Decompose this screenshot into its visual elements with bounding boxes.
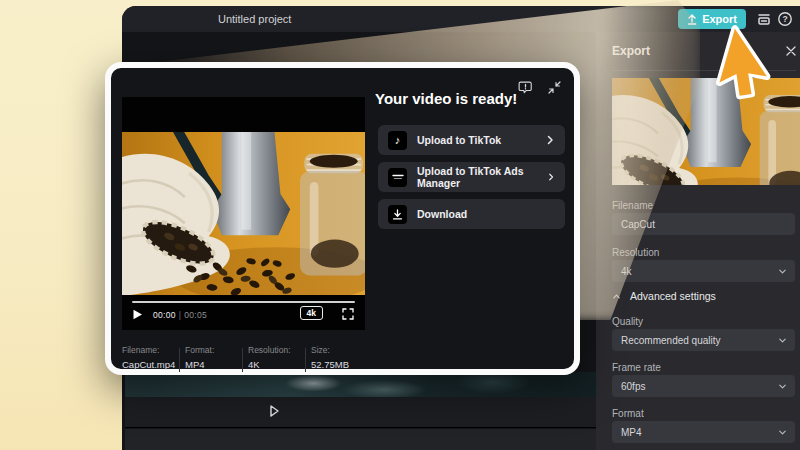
format-label: Format [612, 408, 644, 419]
panel-separator [612, 70, 796, 71]
render-queue-icon[interactable] [756, 11, 772, 27]
resolution-value: 4k [621, 266, 632, 277]
chevron-down-icon [778, 336, 787, 345]
chevron-right-icon [545, 135, 555, 145]
filename-input[interactable]: CapCut [612, 213, 795, 235]
meta-filename: Filename: CapCut.mp4 [122, 345, 180, 370]
progress-bar[interactable] [132, 301, 355, 303]
duration: 00:05 [184, 310, 207, 320]
quality-select[interactable]: Recommended quality [612, 329, 795, 351]
chevron-right-icon [547, 172, 555, 182]
resolution-label: Resolution [612, 247, 659, 258]
quality-value: Recommended quality [621, 335, 721, 346]
video-preview [122, 132, 365, 295]
chevron-down-icon [778, 428, 787, 437]
video-player: 00:00|00:05 4k [122, 97, 365, 330]
export-button-label: Export [702, 13, 737, 25]
feedback-icon[interactable] [518, 80, 533, 95]
advanced-settings-label: Advanced settings [630, 290, 716, 302]
upload-tiktok-label: Upload to TikTok [417, 134, 501, 146]
help-icon[interactable]: ? [777, 11, 793, 27]
meta-divider [242, 348, 243, 372]
format-select[interactable]: MP4 [612, 421, 795, 443]
tiktok-icon: ♪ [388, 131, 407, 150]
tiktok-ads-icon [388, 168, 407, 187]
export-button[interactable]: Export [678, 9, 746, 29]
fullscreen-icon[interactable] [342, 308, 354, 320]
top-bar: Untitled project Export ? [122, 6, 800, 32]
advanced-settings-toggle[interactable]: Advanced settings [612, 290, 716, 302]
meta-filename-value: CapCut.mp4 [122, 359, 180, 370]
download-icon [388, 205, 407, 224]
chevron-down-icon [778, 382, 787, 391]
current-time: 00:00 [153, 310, 176, 320]
meta-size: Size: 52.75MB [311, 345, 369, 370]
meta-resolution: Resolution: 4K [248, 345, 306, 370]
meta-size-value: 52.75MB [311, 359, 369, 370]
collapse-icon[interactable] [547, 80, 562, 95]
filename-value: CapCut [621, 219, 655, 230]
meta-divider [179, 348, 180, 372]
meta-filename-label: Filename: [122, 345, 180, 355]
quality-badge[interactable]: 4k [300, 306, 323, 320]
time-display: 00:00|00:05 [153, 310, 207, 320]
svg-text:?: ? [782, 14, 787, 24]
chevron-down-icon [778, 267, 787, 276]
timeline-area [125, 429, 596, 450]
quality-label: Quality [612, 316, 643, 327]
play-icon[interactable] [266, 403, 282, 419]
framerate-select[interactable]: 60fps [612, 375, 795, 397]
upload-tiktok-ads-label: Upload to TikTok Ads Manager [417, 165, 537, 189]
download-label: Download [417, 208, 467, 220]
modal-heading: Your video is ready! [375, 90, 517, 107]
meta-resolution-value: 4K [248, 359, 306, 370]
meta-size-label: Size: [311, 345, 369, 355]
resolution-select[interactable]: 4k [612, 260, 795, 282]
export-panel-title: Export [612, 44, 650, 58]
upload-tiktok-button[interactable]: ♪ Upload to TikTok [378, 125, 565, 155]
framerate-label: Frame rate [612, 362, 661, 373]
download-button[interactable]: Download [378, 199, 565, 229]
format-value: MP4 [621, 427, 642, 438]
export-thumbnail [612, 78, 800, 185]
upload-icon [687, 14, 697, 25]
play-button[interactable] [132, 309, 143, 320]
export-panel: Export Filename CapCut Resolution 4k [596, 32, 800, 450]
player-preview-strip [125, 372, 596, 397]
filename-label: Filename [612, 200, 653, 211]
chevron-up-icon [612, 292, 621, 301]
framerate-value: 60fps [621, 381, 645, 392]
meta-resolution-label: Resolution: [248, 345, 306, 355]
player-controls-bar [125, 397, 596, 428]
project-title: Untitled project [218, 13, 291, 25]
meta-divider [305, 348, 306, 372]
export-complete-dialog: Your video is ready! ♪ Upload to TikTok … [105, 62, 580, 375]
meta-format-value: MP4 [185, 359, 243, 370]
close-icon[interactable] [784, 44, 798, 58]
meta-format: Format: MP4 [185, 345, 243, 370]
upload-tiktok-ads-button[interactable]: Upload to TikTok Ads Manager [378, 162, 565, 192]
meta-format-label: Format: [185, 345, 243, 355]
